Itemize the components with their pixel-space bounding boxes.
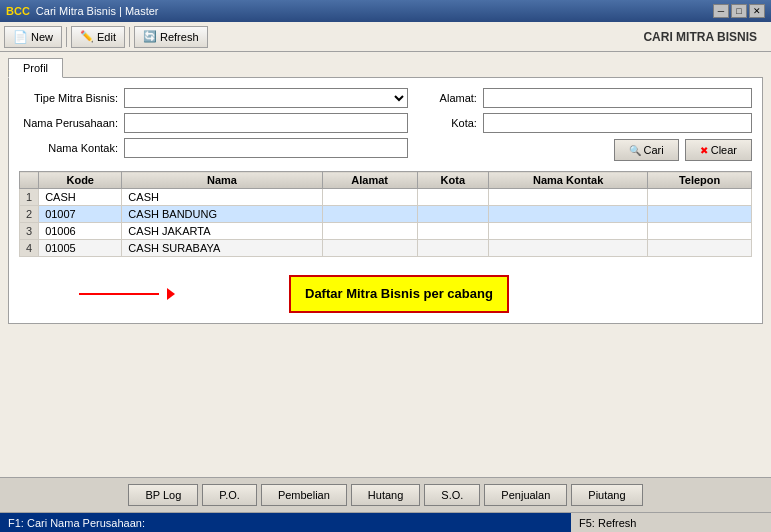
cell-nama: CASH JAKARTA (122, 223, 322, 240)
action-buttons: Cari Clear (428, 139, 752, 161)
table-row[interactable]: 4 01005 CASH SURABAYA (20, 240, 752, 257)
callout-line (79, 293, 169, 295)
cell-telepon (648, 206, 752, 223)
cell-kota (417, 223, 489, 240)
cell-nama-kontak (489, 223, 648, 240)
bottom-btn-so.[interactable]: S.O. (424, 484, 480, 506)
alamat-input[interactable] (483, 88, 752, 108)
row-num: 4 (20, 240, 39, 257)
cell-kode: CASH (39, 189, 122, 206)
new-label: New (31, 31, 53, 43)
cell-nama: CASH BANDUNG (122, 206, 322, 223)
toolbar: New Edit Refresh CARI MITRA BISNIS (0, 22, 771, 52)
window-controls: ─ □ ✕ (713, 4, 765, 18)
cell-kota (417, 240, 489, 257)
bottom-btn-piutang[interactable]: Piutang (571, 484, 642, 506)
refresh-icon (143, 30, 157, 43)
cari-label: Cari (644, 144, 664, 156)
cell-kota (417, 206, 489, 223)
edit-button[interactable]: Edit (71, 26, 125, 48)
table-row[interactable]: 3 01006 CASH JAKARTA (20, 223, 752, 240)
table-row[interactable]: 2 01007 CASH BANDUNG (20, 206, 752, 223)
callout-area: Daftar Mitra Bisnis per cabang (79, 275, 752, 313)
cari-button[interactable]: Cari (614, 139, 679, 161)
bottom-btn-hutang[interactable]: Hutang (351, 484, 420, 506)
alamat-label: Alamat: (428, 92, 483, 104)
app-logo: BCC (6, 5, 30, 17)
tipe-select[interactable] (124, 88, 408, 108)
tipe-row: Tipe Mitra Bisnis: (19, 88, 408, 108)
cell-kode: 01006 (39, 223, 122, 240)
nama-kontak-row: Nama Kontak: (19, 138, 408, 158)
cell-nama: CASH SURABAYA (122, 240, 322, 257)
cell-telepon (648, 189, 752, 206)
new-icon (13, 30, 28, 44)
cell-kode: 01007 (39, 206, 122, 223)
title-bar-text: Cari Mitra Bisnis | Master (36, 5, 713, 17)
row-num: 3 (20, 223, 39, 240)
title-bar: BCC Cari Mitra Bisnis | Master ─ □ ✕ (0, 0, 771, 22)
refresh-label: Refresh (160, 31, 199, 43)
cell-nama-kontak (489, 240, 648, 257)
col-num (20, 172, 39, 189)
header-title: CARI MITRA BISNIS (643, 30, 767, 44)
status-bar: F1: Cari Nama Perusahaan: F5: Refresh (0, 512, 771, 532)
new-button[interactable]: New (4, 26, 62, 48)
cell-nama-kontak (489, 206, 648, 223)
status-right: F5: Refresh (571, 513, 771, 532)
row-num: 2 (20, 206, 39, 223)
nama-perusahaan-row: Nama Perusahaan: (19, 113, 408, 133)
kota-label: Kota: (428, 117, 483, 129)
col-nama-kontak: Nama Kontak (489, 172, 648, 189)
minimize-button[interactable]: ─ (713, 4, 729, 18)
cell-alamat (322, 189, 417, 206)
bottom-btn-penjualan[interactable]: Penjualan (484, 484, 567, 506)
close-button[interactable]: ✕ (749, 4, 765, 18)
edit-label: Edit (97, 31, 116, 43)
cell-alamat (322, 206, 417, 223)
clear-button[interactable]: Clear (685, 139, 752, 161)
restore-button[interactable]: □ (731, 4, 747, 18)
clear-label: Clear (711, 144, 737, 156)
tipe-label: Tipe Mitra Bisnis: (19, 92, 124, 104)
nama-perusahaan-label: Nama Perusahaan: (19, 117, 124, 129)
tab-bar: Profil (8, 58, 763, 78)
cell-alamat (322, 223, 417, 240)
edit-icon (80, 30, 94, 43)
data-table: Kode Nama Alamat Kota Nama Kontak Telepo… (19, 171, 752, 257)
cell-kota (417, 189, 489, 206)
toolbar-divider-1 (66, 27, 67, 47)
bottom-btn-bp-log[interactable]: BP Log (128, 484, 198, 506)
refresh-button[interactable]: Refresh (134, 26, 208, 48)
nama-kontak-label: Nama Kontak: (19, 142, 124, 154)
alamat-row: Alamat: (428, 88, 752, 108)
tab-profil[interactable]: Profil (8, 58, 63, 78)
nama-kontak-input[interactable] (124, 138, 408, 158)
status-left: F1: Cari Nama Perusahaan: (0, 513, 571, 532)
cell-nama-kontak (489, 189, 648, 206)
col-kode: Kode (39, 172, 122, 189)
col-nama: Nama (122, 172, 322, 189)
toolbar-divider-2 (129, 27, 130, 47)
content-area: Profil Tipe Mitra Bisnis: Nama Perusahaa… (0, 52, 771, 477)
bottom-btn-po.[interactable]: P.O. (202, 484, 257, 506)
search-icon (629, 144, 641, 156)
table-row[interactable]: 1 CASH CASH (20, 189, 752, 206)
col-alamat: Alamat (322, 172, 417, 189)
kota-input[interactable] (483, 113, 752, 133)
col-telepon: Telepon (648, 172, 752, 189)
cell-telepon (648, 240, 752, 257)
cell-telepon (648, 223, 752, 240)
cell-alamat (322, 240, 417, 257)
col-kota: Kota (417, 172, 489, 189)
clear-icon (700, 144, 708, 156)
cell-kode: 01005 (39, 240, 122, 257)
callout-box: Daftar Mitra Bisnis per cabang (289, 275, 509, 313)
row-num: 1 (20, 189, 39, 206)
nama-perusahaan-input[interactable] (124, 113, 408, 133)
bottom-bar: BP LogP.O.PembelianHutangS.O.PenjualanPi… (0, 477, 771, 512)
callout-text: Daftar Mitra Bisnis per cabang (305, 286, 493, 301)
form-panel: Tipe Mitra Bisnis: Nama Perusahaan: Nama… (8, 77, 763, 324)
bottom-btn-pembelian[interactable]: Pembelian (261, 484, 347, 506)
cell-nama: CASH (122, 189, 322, 206)
